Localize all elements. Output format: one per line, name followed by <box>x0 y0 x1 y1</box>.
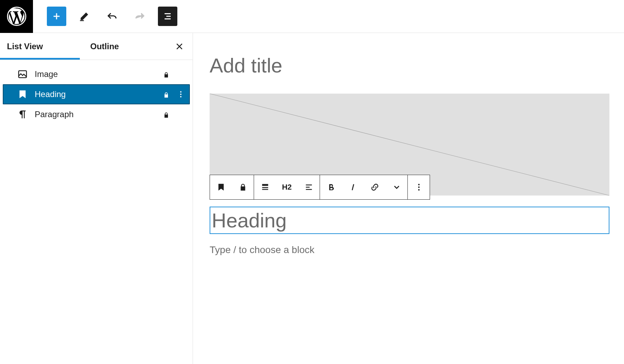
lock-icon <box>163 111 170 118</box>
editor-canvas: Add title H2 <box>193 33 624 364</box>
heading-level-button[interactable]: H2 <box>276 175 298 199</box>
block-list: Image Heading <box>0 60 193 129</box>
heading-block-icon <box>217 183 226 192</box>
block-more-options-button[interactable] <box>408 175 430 199</box>
post-title-input[interactable]: Add title <box>210 54 609 77</box>
document-overview-button[interactable] <box>158 7 177 26</box>
add-block-button[interactable] <box>47 7 66 26</box>
link-icon <box>370 183 379 192</box>
close-panel-button[interactable] <box>170 37 189 56</box>
list-item-label: Heading <box>35 89 156 99</box>
list-item-heading[interactable]: Heading <box>3 84 190 104</box>
list-item-label: Image <box>35 69 156 79</box>
svg-point-2 <box>180 91 182 93</box>
list-item-paragraph[interactable]: Paragraph <box>3 104 190 124</box>
more-options-button[interactable] <box>177 90 185 98</box>
tools-modes-button[interactable] <box>75 7 94 26</box>
tab-list-view[interactable]: List View <box>0 33 80 60</box>
block-type-button[interactable] <box>210 175 232 199</box>
editor-topbar <box>0 0 624 33</box>
align-button[interactable] <box>254 175 276 199</box>
close-icon <box>175 42 184 51</box>
block-toolbar: H2 <box>210 175 430 200</box>
text-align-icon <box>304 183 313 192</box>
chevron-down-icon <box>392 183 401 192</box>
heading-block-input[interactable]: Heading <box>210 207 609 234</box>
lock-icon <box>163 71 170 78</box>
document-overview-panel: List View Outline Image He <box>0 33 193 364</box>
wordpress-logo-button[interactable] <box>0 0 33 33</box>
more-rich-text-button[interactable] <box>386 175 407 199</box>
plus-icon <box>51 11 62 21</box>
bold-icon <box>327 183 336 192</box>
lock-icon <box>163 91 170 98</box>
svg-point-3 <box>180 94 182 95</box>
image-block-icon <box>17 69 28 79</box>
lock-icon <box>238 183 247 192</box>
text-align-button[interactable] <box>298 175 320 199</box>
heading-block-icon <box>17 89 28 99</box>
pencil-icon <box>79 11 90 21</box>
block-lock-button[interactable] <box>232 175 254 199</box>
svg-point-4 <box>180 96 182 97</box>
redo-icon <box>135 11 145 21</box>
paragraph-block-icon <box>17 109 28 120</box>
paragraph-block-input[interactable]: Type / to choose a block <box>210 244 609 255</box>
undo-button[interactable] <box>102 7 122 26</box>
svg-point-6 <box>418 184 419 185</box>
tab-outline[interactable]: Outline <box>80 33 170 60</box>
link-button[interactable] <box>364 175 386 199</box>
more-vertical-icon <box>414 183 423 192</box>
undo-icon <box>107 11 117 21</box>
list-item-image[interactable]: Image <box>3 64 190 84</box>
list-item-label: Paragraph <box>35 110 156 119</box>
svg-point-8 <box>418 189 419 190</box>
svg-point-7 <box>418 187 419 188</box>
list-view-icon <box>162 11 173 21</box>
redo-button[interactable] <box>130 7 150 26</box>
italic-button[interactable] <box>342 175 364 199</box>
wordpress-logo-icon <box>6 6 27 27</box>
italic-icon <box>348 183 357 192</box>
sidebar-tabs: List View Outline <box>0 33 193 60</box>
more-vertical-icon <box>177 90 185 98</box>
align-icon <box>261 183 270 192</box>
main-area: List View Outline Image He <box>0 33 624 364</box>
top-actions <box>33 7 177 26</box>
bold-button[interactable] <box>320 175 342 199</box>
